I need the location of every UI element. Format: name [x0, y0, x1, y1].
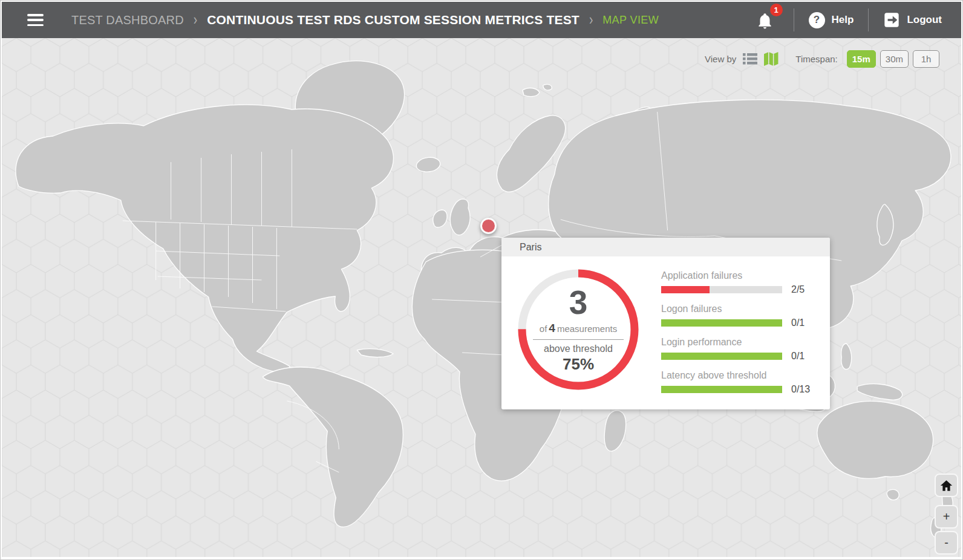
breadcrumb-test-name[interactable]: CONTINUOUS TEST RDS CUSTOM SESSION METRI…: [207, 13, 579, 27]
map-zoom-controls: + -: [935, 474, 958, 555]
help-icon: ?: [809, 12, 825, 28]
chevron-right-icon: ›: [589, 11, 593, 30]
gauge-divider: [533, 339, 624, 340]
timespan-group: 15m 30m 1h: [847, 50, 939, 68]
chevron-right-icon: ›: [194, 11, 197, 30]
popup-title: Paris: [501, 238, 830, 256]
breadcrumb: TEST DASHBOARD › CONTINUOUS TEST RDS CUS…: [71, 13, 659, 27]
map-view[interactable]: View by Timespan: 15m 30: [2, 38, 961, 557]
map-marker-paris[interactable]: [480, 218, 497, 234]
metric-value: 0/13: [791, 384, 810, 395]
bell-icon: [757, 12, 773, 30]
metric-row: Logon failures 0/1: [661, 304, 810, 328]
metric-value: 2/5: [791, 284, 805, 295]
zoom-in-button[interactable]: +: [935, 505, 958, 529]
gauge-center: 3 of4measurements above threshold 75%: [527, 278, 630, 381]
view-by-label: View by: [705, 54, 736, 64]
metric-list: Application failures 2/5 Logon failures …: [661, 269, 810, 395]
top-header: TEST DASHBOARD › CONTINUOUS TEST RDS CUS…: [2, 2, 961, 38]
header-divider: [794, 8, 794, 31]
metric-value: 0/1: [791, 317, 805, 328]
breadcrumb-map-view[interactable]: MAP VIEW: [602, 14, 659, 27]
metric-value: 0/1: [791, 351, 805, 362]
gauge-total: 4: [549, 322, 555, 334]
metric-bar: [661, 286, 782, 293]
gauge-measurements-line: of4measurements: [540, 322, 617, 335]
header-actions: 1 ? Help Logout: [757, 8, 942, 32]
timespan-15m-button[interactable]: 15m: [847, 50, 876, 68]
home-button[interactable]: [935, 474, 958, 497]
threshold-gauge: 3 of4measurements above threshold 75%: [517, 269, 639, 391]
metric-bar: [661, 319, 782, 327]
metric-row: Latency above threshold 0/13: [661, 370, 810, 395]
logout-label: Logout: [907, 14, 942, 26]
gauge-percent: 75%: [563, 355, 594, 374]
notifications-button[interactable]: 1: [757, 8, 779, 32]
map-view-icon: [764, 52, 779, 66]
map-view-button[interactable]: [764, 52, 779, 66]
app-window: TEST DASHBOARD › CONTINUOUS TEST RDS CUS…: [0, 0, 963, 560]
gauge-measurements-label: measurements: [557, 324, 617, 334]
notification-badge: 1: [770, 4, 783, 16]
metric-label: Login performance: [661, 337, 810, 348]
metric-label: Latency above threshold: [661, 370, 810, 381]
breadcrumb-dashboard[interactable]: TEST DASHBOARD: [71, 13, 184, 27]
metric-bar: [661, 386, 782, 393]
zoom-out-button[interactable]: -: [935, 531, 958, 555]
logout-icon: [883, 11, 900, 28]
gauge-value: 3: [569, 286, 588, 319]
location-popup: Paris 3 of4measurements above threshold: [501, 238, 830, 409]
timespan-30m-button[interactable]: 30m: [880, 50, 909, 68]
header-divider: [868, 8, 869, 31]
help-label: Help: [832, 14, 854, 26]
map-controls: View by Timespan: 15m 30: [705, 50, 939, 68]
metric-row: Login performance 0/1: [661, 337, 810, 362]
timespan-1h-button[interactable]: 1h: [913, 50, 939, 68]
metric-row: Application failures 2/5: [661, 270, 810, 295]
list-view-button[interactable]: [743, 53, 757, 65]
metric-bar: [661, 353, 782, 360]
home-icon: [940, 480, 953, 492]
gauge-of-label: of: [540, 324, 547, 334]
gauge-subtitle: above threshold: [544, 343, 613, 354]
help-button[interactable]: ? Help: [809, 12, 854, 28]
logout-button[interactable]: Logout: [883, 11, 942, 28]
timespan-label: Timespan:: [795, 54, 837, 64]
metric-label: Logon failures: [661, 304, 810, 314]
metric-label: Application failures: [661, 270, 810, 281]
popup-body: 3 of4measurements above threshold 75% Ap…: [501, 256, 830, 409]
hamburger-menu-icon[interactable]: [27, 14, 44, 26]
list-view-icon: [743, 53, 757, 65]
